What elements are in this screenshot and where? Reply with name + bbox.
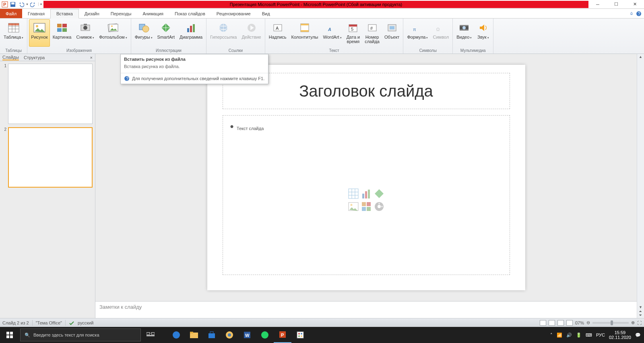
slide-panel: Слайды Структура × 1 2 bbox=[0, 54, 95, 318]
tray-input-icon[interactable]: ⌨ bbox=[586, 333, 592, 338]
task-view-icon[interactable] bbox=[142, 327, 159, 343]
tray-network-icon[interactable]: 📶 bbox=[557, 333, 562, 338]
powerpoint-icon[interactable]: P bbox=[274, 327, 291, 343]
insert-chart-icon[interactable] bbox=[361, 188, 372, 199]
chrome-icon[interactable] bbox=[221, 327, 238, 343]
smartart-button[interactable]: SmartArt bbox=[155, 19, 177, 47]
tab-slideshow[interactable]: Показ слайдов bbox=[169, 9, 211, 18]
start-button[interactable] bbox=[0, 327, 19, 343]
thumb-1[interactable]: 1 bbox=[2, 64, 93, 124]
datetime-button[interactable]: 5 Дата и время bbox=[345, 19, 362, 47]
svg-point-68 bbox=[378, 205, 381, 208]
view-slideshow-button[interactable] bbox=[566, 320, 573, 326]
tray-battery-icon[interactable]: 🔋 bbox=[576, 333, 582, 338]
slidenumber-button[interactable]: # Номер слайда bbox=[363, 19, 382, 47]
tab-view[interactable]: Вид bbox=[256, 9, 276, 18]
view-normal-button[interactable] bbox=[540, 320, 546, 326]
paint-icon[interactable] bbox=[291, 327, 309, 343]
tab-review[interactable]: Рецензирование bbox=[211, 9, 256, 18]
headerfooter-icon bbox=[298, 21, 311, 34]
whatsapp-icon[interactable] bbox=[256, 327, 274, 343]
tray-chevron-icon[interactable]: ˄ bbox=[550, 333, 553, 338]
zoom-out-button[interactable]: ⊖ bbox=[586, 320, 590, 325]
search-icon: 🔍 bbox=[25, 333, 30, 338]
save-icon[interactable] bbox=[10, 1, 16, 8]
insert-table-icon[interactable] bbox=[348, 188, 359, 199]
slide[interactable]: Заголовок слайда • Текст слайда bbox=[207, 65, 525, 290]
explorer-icon[interactable] bbox=[185, 327, 203, 343]
scroll-down-icon[interactable]: ▼ bbox=[639, 305, 642, 309]
content-placeholder[interactable]: • Текст слайда bbox=[223, 115, 510, 275]
insert-clipart-icon[interactable] bbox=[361, 201, 372, 212]
pane-tab-outline[interactable]: Структура bbox=[24, 55, 45, 60]
store-icon[interactable] bbox=[203, 327, 221, 343]
svg-point-25 bbox=[142, 26, 149, 32]
tray-volume-icon[interactable]: 🔊 bbox=[566, 333, 572, 338]
insert-picture-icon[interactable] bbox=[348, 201, 359, 212]
tab-home[interactable]: Главная bbox=[22, 9, 50, 18]
view-sorter-button[interactable] bbox=[549, 320, 555, 326]
word-icon[interactable]: W bbox=[238, 327, 256, 343]
svg-rect-77 bbox=[147, 335, 155, 336]
group-tables: Таблица▾ Таблицы bbox=[0, 19, 27, 54]
insert-media-icon[interactable] bbox=[374, 201, 385, 212]
clipart-button[interactable]: Картинка bbox=[51, 19, 74, 47]
svg-rect-66 bbox=[367, 207, 371, 211]
audio-button[interactable]: Звук▾ bbox=[475, 19, 491, 47]
chart-button[interactable]: Диаграмма bbox=[178, 19, 204, 47]
headerfooter-button[interactable]: Колонтитулы bbox=[289, 19, 320, 47]
group-links: Гиперссылка Действие Ссылки bbox=[206, 19, 265, 54]
undo-icon[interactable] bbox=[18, 1, 24, 8]
insert-smartart-icon[interactable] bbox=[374, 188, 385, 199]
spellcheck-icon[interactable] bbox=[69, 320, 74, 326]
notes-pane[interactable]: Заметки к слайду bbox=[95, 301, 637, 318]
group-illustrations: Фигуры▾ SmartArt Диаграмма Иллюстрации bbox=[131, 19, 207, 54]
tab-transitions[interactable]: Переходы bbox=[105, 9, 137, 18]
undo-dropdown[interactable]: ▼ bbox=[26, 3, 29, 6]
svg-rect-53 bbox=[349, 189, 358, 198]
next-slide-icon[interactable]: ⏷ bbox=[639, 313, 642, 317]
ribbon-collapse-icon[interactable]: ۵ bbox=[630, 11, 633, 16]
pane-close-icon[interactable]: × bbox=[90, 55, 93, 60]
edge-icon[interactable] bbox=[167, 327, 185, 343]
tray-clock[interactable]: 15:59 02.11.2020 bbox=[609, 330, 631, 340]
wordart-button[interactable]: A WordArt▾ bbox=[321, 19, 344, 47]
fit-button[interactable]: ⛶ bbox=[637, 320, 642, 325]
redo-icon[interactable] bbox=[30, 1, 37, 8]
close-button[interactable]: ✕ bbox=[625, 0, 644, 9]
status-language[interactable]: русский bbox=[78, 320, 93, 325]
object-button[interactable]: Объект bbox=[382, 19, 401, 47]
tab-design[interactable]: Дизайн bbox=[79, 9, 105, 18]
picture-button[interactable]: Рисунок bbox=[29, 19, 50, 47]
tray-notifications-icon[interactable]: 💬 bbox=[635, 333, 641, 338]
thumb-2[interactable]: 2 bbox=[2, 127, 93, 188]
view-reading-button[interactable] bbox=[557, 320, 564, 326]
vertical-scrollbar[interactable]: ▲ ▼ ⏶ ⏷ bbox=[637, 54, 644, 318]
zoom-slider[interactable] bbox=[592, 322, 629, 324]
qat-customize[interactable]: ▾ bbox=[38, 2, 42, 6]
screenshot-button[interactable]: Снимок▾ bbox=[74, 19, 96, 47]
svg-rect-48 bbox=[460, 25, 469, 26]
table-button[interactable]: Таблица▾ bbox=[2, 19, 25, 47]
scroll-up-icon[interactable]: ▲ bbox=[639, 55, 642, 59]
canvas[interactable]: Вставить рисунок из файла Вставка рисунк… bbox=[95, 54, 637, 301]
tab-insert[interactable]: Вставка bbox=[50, 9, 79, 19]
tray-language[interactable]: РУС bbox=[596, 333, 605, 337]
svg-point-78 bbox=[173, 331, 180, 339]
svg-rect-74 bbox=[10, 335, 13, 338]
textbox-button[interactable]: A Надпись bbox=[267, 19, 289, 47]
tab-file[interactable]: Файл bbox=[0, 9, 22, 18]
prev-slide-icon[interactable]: ⏶ bbox=[639, 309, 642, 313]
video-button[interactable]: Видео▾ bbox=[454, 19, 474, 47]
minimize-button[interactable]: ─ bbox=[588, 0, 607, 9]
shapes-button[interactable]: Фигуры▾ bbox=[133, 19, 155, 47]
svg-text:A: A bbox=[276, 26, 279, 31]
zoom-in-button[interactable]: ⊕ bbox=[631, 320, 635, 325]
photoalbum-button[interactable]: Фотоальбом▾ bbox=[97, 19, 129, 47]
pane-tab-slides[interactable]: Слайды bbox=[2, 55, 19, 60]
formula-button[interactable]: π Формула▾ bbox=[405, 19, 430, 47]
help-icon[interactable]: ? bbox=[636, 11, 642, 17]
tab-animation[interactable]: Анимация bbox=[137, 9, 169, 18]
taskbar-search[interactable]: 🔍 Введите здесь текст для поиска bbox=[20, 329, 141, 341]
maximize-button[interactable]: ☐ bbox=[607, 0, 625, 9]
